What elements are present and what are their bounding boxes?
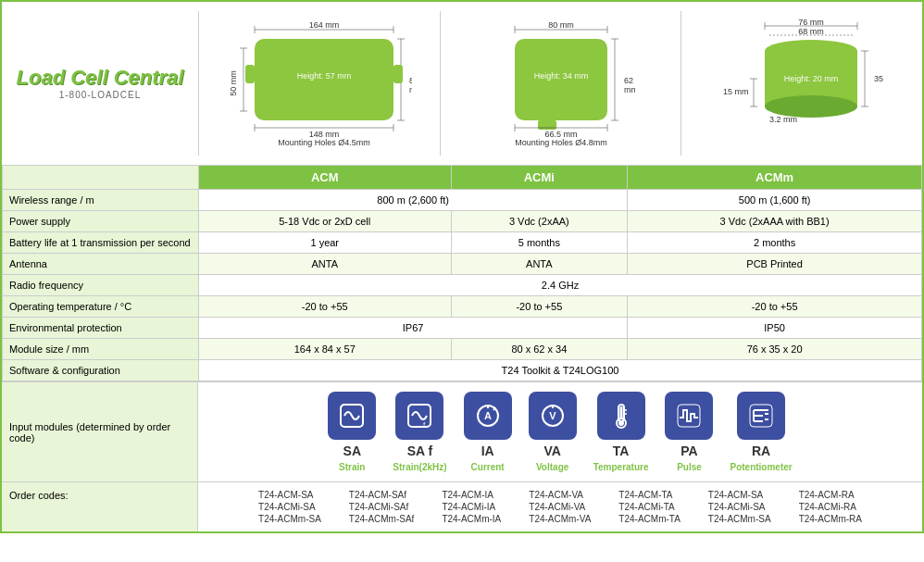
order-item: T24-ACMi-VA xyxy=(529,502,591,512)
order-item: T24-ACMm-RA xyxy=(799,514,862,524)
order-content: T24-ACM-SA T24-ACMi-SA T24-ACMm-SA T24-A… xyxy=(198,482,922,531)
svg-rect-32 xyxy=(538,120,556,130)
table-row: Operating temperature / °C -20 to +55 -2… xyxy=(3,296,922,318)
module-ta: TA Temperature xyxy=(593,392,649,472)
acm-svg: 164 mm 84 mm 50 mm xyxy=(227,19,412,148)
order-label-text: Order codes: xyxy=(9,490,69,501)
order-col-sa: T24-ACM-SA T24-ACMi-SA T24-ACMm-SA xyxy=(258,490,321,524)
svg-text:50 mm: 50 mm xyxy=(229,70,238,96)
table-row: Antenna ANTA ANTA PCB Printed xyxy=(3,254,922,275)
order-item: T24-ACMi-TA xyxy=(618,502,680,512)
voltage-icon: V xyxy=(538,401,568,431)
svg-text:Mounting Holes Ø4.5mm: Mounting Holes Ø4.5mm xyxy=(278,138,370,147)
module-sa: SA Strain xyxy=(328,392,376,472)
cell-power-acmi: 3 Vdc (2xAA) xyxy=(451,211,628,232)
cell-battery-acm: 1 year xyxy=(199,232,452,254)
logo-cell: Load Cell Central 1-800-LOADCEL xyxy=(2,11,198,156)
header-label-cell xyxy=(3,166,199,190)
temperature-icon xyxy=(606,401,636,431)
cell-wireless-acmm: 500 m (1,600 ft) xyxy=(628,190,922,211)
pa-icon-box xyxy=(665,392,713,440)
module-name-sa: Strain xyxy=(339,462,365,472)
module-va: V VA Voltage xyxy=(529,392,577,472)
diagram-row: Load Cell Central 1-800-LOADCEL 164 mm xyxy=(2,2,922,165)
row-label-temp: Operating temperature / °C xyxy=(3,296,199,318)
order-col-va: T24-ACM-VA T24-ACMi-VA T24-ACMm-VA xyxy=(529,490,591,524)
acmm-svg: 76 mm 68 mm 35 mm xyxy=(718,19,885,148)
svg-text:Height: 34 mm: Height: 34 mm xyxy=(533,71,588,81)
module-pa: PA Pulse xyxy=(665,392,713,472)
table-row: Power supply 5-18 Vdc or 2xD cell 3 Vdc … xyxy=(3,211,922,232)
svg-text:35 mm: 35 mm xyxy=(874,74,885,83)
row-label-software: Software & configuration xyxy=(3,360,199,381)
svg-text:mm: mm xyxy=(409,85,412,94)
order-item: T24-ACMi-SA xyxy=(708,502,771,512)
order-col-ia: T24-ACM-IA T24-ACMi-IA T24-ACMm-IA xyxy=(442,490,501,524)
svg-point-71 xyxy=(618,420,624,426)
ra-icon-box xyxy=(737,392,785,440)
current-icon: A xyxy=(473,401,503,431)
order-item: T24-ACM-RA xyxy=(799,490,862,500)
pulse-icon xyxy=(674,401,704,431)
order-item: T24-ACMm-SAf xyxy=(349,514,415,524)
row-label-power: Power supply xyxy=(3,211,199,232)
modules-label-text: Input modules (determined by order code) xyxy=(9,421,190,443)
order-item: T24-ACMm-SA xyxy=(258,514,321,524)
cell-env-acm-acmi: IP67 xyxy=(199,318,628,339)
brand-name: Load Cell Central xyxy=(17,67,184,89)
module-code-ra: RA xyxy=(752,443,770,458)
ta-icon-box xyxy=(597,392,645,440)
module-ia: A IA Current xyxy=(464,392,512,472)
order-col-saf: T24-ACM-SAf T24-ACMi-SAf T24-ACMm-SAf xyxy=(349,490,415,524)
order-item: T24-ACMi-SAf xyxy=(349,502,415,512)
table-row: Software & configuration T24 Toolkit & T… xyxy=(3,360,922,381)
header-acm: ACM xyxy=(199,166,452,190)
module-code-ta: TA xyxy=(613,443,630,458)
order-item: T24-ACM-TA xyxy=(618,490,680,500)
row-label-wireless: Wireless range / m xyxy=(3,190,199,211)
svg-text:15 mm: 15 mm xyxy=(723,87,749,96)
cell-power-acm: 5-18 Vdc or 2xD cell xyxy=(199,211,452,232)
page-container: Load Cell Central 1-800-LOADCEL 164 mm xyxy=(0,0,924,533)
header-acmm: ACMm xyxy=(628,166,922,190)
cell-radio-all: 2.4 GHz xyxy=(199,275,922,296)
cell-temp-acmi: -20 to +55 xyxy=(451,296,628,318)
order-col-pa: T24-ACM-SA T24-ACMi-SA T24-ACMm-SA xyxy=(708,490,771,524)
table-row: Environmental protection IP67 IP50 xyxy=(3,318,922,339)
module-code-saf: SA f xyxy=(407,443,432,458)
order-item: T24-ACMm-IA xyxy=(442,514,501,524)
table-row: Battery life at 1 transmission per secon… xyxy=(3,232,922,254)
module-saf: f SA f Strain(2kHz) xyxy=(393,392,446,472)
svg-text:62: 62 xyxy=(624,76,633,85)
svg-rect-70 xyxy=(619,406,622,419)
svg-rect-74 xyxy=(678,405,700,427)
cell-size-acmm: 76 x 35 x 20 xyxy=(628,339,922,360)
module-code-pa: PA xyxy=(681,443,697,458)
table-row: Module size / mm 164 x 84 x 57 80 x 62 x… xyxy=(3,339,922,360)
diagrams-area: 164 mm 84 mm 50 mm xyxy=(198,11,922,156)
cell-power-acmm: 3 Vdc (2xAAA with BB1) xyxy=(628,211,922,232)
row-label-antenna: Antenna xyxy=(3,254,199,275)
order-item: T24-ACM-SA xyxy=(258,490,321,500)
svg-text:3.2 mm: 3.2 mm xyxy=(769,115,797,124)
header-acmi: ACMi xyxy=(451,166,628,190)
svg-text:A: A xyxy=(484,410,492,421)
va-icon-box: V xyxy=(529,392,577,440)
cell-env-acmm: IP50 xyxy=(628,318,922,339)
module-name-ra: Potentiometer xyxy=(730,462,792,472)
module-name-ia: Current xyxy=(471,462,505,472)
cell-battery-acmm: 2 months xyxy=(628,232,922,254)
module-code-va: VA xyxy=(543,443,560,458)
acmm-diagram: 76 mm 68 mm 35 mm xyxy=(681,11,922,156)
row-label-battery: Battery life at 1 transmission per secon… xyxy=(3,232,199,254)
cell-size-acm: 164 x 84 x 57 xyxy=(199,339,452,360)
cell-temp-acmm: -20 to +55 xyxy=(628,296,922,318)
cell-antenna-acmm: PCB Printed xyxy=(628,254,922,275)
modules-label: Input modules (determined by order code) xyxy=(2,382,198,481)
order-item: T24-ACMi-RA xyxy=(799,502,862,512)
module-code-sa: SA xyxy=(343,443,361,458)
module-name-saf: Strain(2kHz) xyxy=(393,462,446,472)
order-item: T24-ACMi-IA xyxy=(442,502,501,512)
svg-text:68 mm: 68 mm xyxy=(798,27,824,36)
row-label-radio: Radio frequency xyxy=(3,275,199,296)
